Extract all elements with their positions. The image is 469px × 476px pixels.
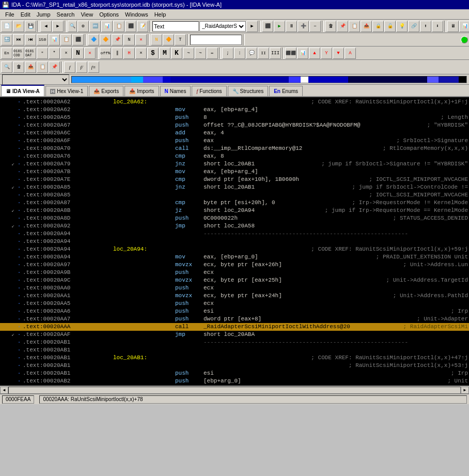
stop-btn[interactable]: ⬛ (262, 21, 273, 32)
tb3-s[interactable]: $ (147, 48, 159, 59)
tb2-8[interactable]: 🔷 (88, 34, 99, 45)
btn5[interactable]: 🔤 (89, 21, 101, 32)
tab-functions[interactable]: f Functions (192, 86, 226, 96)
tb3-6[interactable]: × (60, 48, 72, 59)
tb2-2[interactable]: ⏭ (13, 34, 24, 45)
tb3-k[interactable]: K (171, 48, 182, 59)
search-input[interactable] (152, 21, 199, 32)
code-scroll-area[interactable]: ·.text:00020A62loc_20A62:; CODE XREF: Ra… (0, 97, 469, 386)
tb2-4[interactable]: 150 (37, 34, 48, 45)
tb3-2[interactable]: 0101 COD (13, 48, 24, 59)
tab-enums[interactable]: En Enums (269, 86, 303, 96)
tb3-16[interactable]: 💬 (246, 48, 257, 59)
tbx2[interactable]: 📌 (337, 21, 348, 32)
func2-btn[interactable]: f/ (76, 62, 87, 73)
pause-btn[interactable]: ⏸ (286, 21, 297, 32)
tb3-9[interactable]: H (123, 48, 135, 59)
scroll-track-h[interactable] (8, 387, 461, 394)
tb4-2[interactable]: 🗑 (13, 62, 24, 73)
menu-edit[interactable]: Edit (18, 10, 34, 19)
tab-imports[interactable]: 📥 Imports (124, 86, 159, 96)
open-button[interactable]: 📂 (13, 21, 24, 32)
scroll-left[interactable]: ◀ (0, 387, 8, 394)
tb3-19[interactable]: ⬛⬛ (285, 48, 296, 59)
tb2-5[interactable]: 📊 (49, 34, 60, 45)
tb2-7[interactable]: ⬛ (72, 34, 84, 45)
func3-btn[interactable]: f≡ (88, 62, 99, 73)
tb3-12[interactable]: ~ (195, 48, 206, 59)
btn7[interactable]: 📋 (113, 21, 124, 32)
func-btn[interactable]: f (64, 62, 75, 73)
tb2-13[interactable]: N (151, 34, 162, 45)
tbx4[interactable]: 📤 (361, 21, 372, 32)
save-button[interactable]: 💾 (25, 21, 36, 32)
tb3-8[interactable]: ∥ (112, 48, 123, 59)
tb2-6[interactable]: 📋 (60, 34, 72, 45)
tb2-1[interactable]: 🔙 (1, 34, 12, 45)
tb3-20[interactable]: 📊 (297, 48, 308, 59)
new-button[interactable]: 📄 (1, 21, 12, 32)
tb3-15[interactable]: : (234, 48, 245, 59)
tbx12[interactable]: 📊 (459, 21, 469, 32)
tb3-11[interactable]: ~ (183, 48, 194, 59)
tb2-10[interactable]: 📌 (112, 34, 123, 45)
tab-hex-view[interactable]: H Hex View-1 (45, 86, 88, 96)
menu-search[interactable]: Search (54, 10, 78, 19)
back-button[interactable]: ◀ (40, 21, 52, 32)
tbx3[interactable]: 📋 (349, 21, 360, 32)
tb3-22[interactable]: Y (321, 48, 332, 59)
tb3-1[interactable]: En (1, 48, 12, 59)
tb3-10[interactable]: × (135, 48, 147, 59)
tb3-17[interactable]: II (258, 48, 269, 59)
tbx5[interactable]: 🔒 (372, 21, 384, 32)
tb3-7[interactable]: off% (100, 48, 111, 59)
tb3-23[interactable]: ▼ (333, 48, 344, 59)
nav-dropdown[interactable] (2, 74, 69, 85)
menu-windows[interactable]: Windows (122, 10, 151, 19)
menu-file[interactable]: File (2, 10, 18, 19)
tb3-13[interactable]: ✏ (207, 48, 218, 59)
tb2-12[interactable]: ✕ (135, 34, 147, 45)
forward-button[interactable]: ▶ (52, 21, 64, 32)
tb3-14[interactable]: ; (222, 48, 233, 59)
tb4-4[interactable]: 📋 (37, 62, 48, 73)
tbx9[interactable]: ⬆ (420, 21, 431, 32)
tb2-14[interactable]: 🔶 (163, 34, 174, 45)
tbx6[interactable]: 🔓 (384, 21, 396, 32)
addr-input[interactable] (190, 35, 242, 45)
tbx8[interactable]: 🔗 (408, 21, 419, 32)
tb3-24[interactable]: A (345, 48, 356, 59)
horizontal-scrollbar[interactable]: ◀ ▶ (0, 386, 469, 394)
tb3-n[interactable]: N (72, 48, 84, 59)
btn4[interactable]: ⚙ (77, 21, 89, 32)
tb3-m[interactable]: M (159, 48, 170, 59)
tbx1[interactable]: 🗑 (325, 21, 336, 32)
stepover-btn[interactable]: − (309, 21, 321, 32)
tab-structures[interactable]: 🔧 Structures (228, 86, 269, 96)
tb2-9[interactable]: 🔶 (100, 34, 111, 45)
tb3-3[interactable]: 0101 DAT (25, 48, 36, 59)
tab-names[interactable]: N Names (160, 86, 191, 96)
step-btn[interactable]: ➕ (298, 21, 309, 32)
btn3[interactable]: 🔍 (68, 21, 77, 32)
menu-view[interactable]: View (77, 10, 96, 19)
tb4-3[interactable]: 📤 (25, 62, 36, 73)
search-go[interactable]: ▶ (246, 21, 258, 32)
run-btn[interactable]: ▶ (274, 21, 285, 32)
tb2-11[interactable]: N (123, 34, 135, 45)
tb4-5[interactable]: 📌 (49, 62, 60, 73)
tab-exports[interactable]: 📤 Exports (89, 86, 123, 96)
tb3-5[interactable]: * (49, 48, 60, 59)
tbx7[interactable]: 💡 (396, 21, 408, 32)
menu-options[interactable]: Options (96, 10, 122, 19)
tab-ida-view-a[interactable]: 🖥 IDA View-A (1, 85, 44, 96)
btn6[interactable]: 📊 (101, 21, 113, 32)
tb4-1[interactable]: 🔍 (1, 62, 12, 73)
scroll-right[interactable]: ▶ (461, 387, 469, 394)
tb3-21[interactable]: ▲ (309, 48, 320, 59)
tb3-4[interactable]: " (37, 48, 48, 59)
tbx11[interactable]: 🖥 (447, 21, 459, 32)
search-dropdown[interactable]: _RaidAdapterS (199, 21, 246, 32)
tb2-15[interactable]: T (175, 34, 186, 45)
tb3-18[interactable]: III (270, 48, 281, 59)
